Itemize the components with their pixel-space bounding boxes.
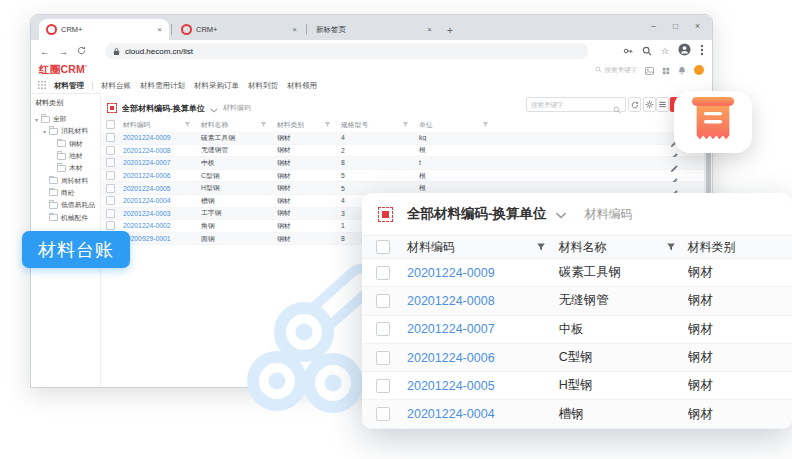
filter-icon[interactable] <box>260 121 267 128</box>
tab-close-icon[interactable]: × <box>292 25 297 34</box>
tree-item[interactable]: 钢材 <box>31 138 100 150</box>
row-checkbox[interactable] <box>106 209 115 218</box>
back-icon[interactable]: ← <box>40 46 50 57</box>
tree-item-label: 低值易耗品 <box>61 200 95 210</box>
table-row[interactable]: 20201224-0005H型钢钢材 <box>362 372 792 400</box>
settings-button[interactable] <box>643 97 656 112</box>
cell-code[interactable]: 20200929-0001 <box>123 235 201 242</box>
minimize-button[interactable]: – <box>651 21 656 31</box>
tree-item[interactable]: 木材 <box>31 162 100 174</box>
overlay-view-title[interactable]: 全部材料编码-换算单位 <box>407 205 547 223</box>
nav-item[interactable]: 材料到货 <box>248 81 278 91</box>
bell-icon[interactable] <box>678 61 686 79</box>
browser-tab[interactable]: CRM+× <box>174 19 304 40</box>
cell-code[interactable]: 20201224-0007 <box>407 322 559 336</box>
cell-code[interactable]: 20201224-0005 <box>123 185 201 192</box>
row-checkbox[interactable] <box>106 133 115 142</box>
nav-item[interactable]: 材料采购订单 <box>194 81 239 91</box>
tree-item[interactable]: ▾消耗材料 <box>31 125 100 137</box>
filter-icon[interactable] <box>482 121 489 128</box>
cell-code[interactable]: 20201224-0002 <box>123 222 201 229</box>
table-row[interactable]: 20201224-0006C型钢钢材 <box>362 344 792 372</box>
cell-code[interactable]: 20201224-0004 <box>407 407 559 421</box>
nav-app-label[interactable]: 材料管理 <box>54 81 84 91</box>
tab-close-icon[interactable]: × <box>157 25 162 34</box>
browser-tab[interactable]: CRM+× <box>39 19 169 40</box>
browser-menu-icon[interactable] <box>700 42 704 60</box>
tab-close-icon[interactable]: × <box>427 25 432 34</box>
filter-icon[interactable] <box>324 121 331 128</box>
row-checkbox[interactable] <box>376 379 390 393</box>
reload-icon[interactable] <box>77 46 86 57</box>
table-row[interactable]: 20201224-0009碳素工具钢钢材 <box>362 259 792 287</box>
cell-name: 无缝钢管 <box>201 145 277 155</box>
close-button[interactable]: × <box>695 21 700 31</box>
apps-icon[interactable] <box>662 61 670 79</box>
key-icon[interactable] <box>623 42 633 60</box>
cell-code[interactable]: 20201224-0008 <box>407 294 559 308</box>
filter-icon[interactable] <box>184 121 191 128</box>
table-row[interactable]: 20201224-0006C型钢钢材5根 <box>101 170 704 183</box>
table-row[interactable]: 20201224-0008无缝钢管钢材2根 <box>101 145 704 158</box>
bookmark-star-icon[interactable]: ☆ <box>661 47 669 56</box>
cell-name: 碳素工具钢 <box>201 133 277 143</box>
cell-code[interactable]: 20201224-0009 <box>407 266 559 280</box>
tree-item[interactable]: 机械配件 <box>31 211 100 223</box>
table-row[interactable]: 20201224-0009碳素工具钢钢材4kg <box>101 132 704 145</box>
row-checkbox[interactable] <box>106 184 115 193</box>
cell-code[interactable]: 20201224-0004 <box>123 197 201 204</box>
table-row[interactable]: 20201224-0007中板钢材 <box>362 316 792 344</box>
overlay-view-field: 材料编码 <box>585 206 633 223</box>
cell-code[interactable]: 20201224-0008 <box>123 147 201 154</box>
table-row[interactable]: 20201224-0004槽钢钢材 <box>362 400 792 428</box>
tree-item[interactable]: 商砼 <box>31 187 100 199</box>
view-title[interactable]: 全部材料编码-换算单位 <box>122 103 205 114</box>
cell-code[interactable]: 20201224-0006 <box>407 351 559 365</box>
list-search-input[interactable] <box>526 97 626 112</box>
tree-item[interactable]: 地材 <box>31 150 100 162</box>
tree-item[interactable]: 周转材料 <box>31 174 100 186</box>
url-field[interactable]: cloud.hecom.cn/list <box>105 43 588 59</box>
row-checkbox[interactable] <box>376 407 390 421</box>
new-tab-button[interactable]: + <box>447 25 453 36</box>
row-checkbox[interactable] <box>106 146 115 155</box>
user-avatar[interactable] <box>694 65 704 75</box>
select-all-checkbox[interactable] <box>376 240 390 254</box>
cell-code[interactable]: 20201224-0009 <box>123 134 201 141</box>
cell-code[interactable]: 20201224-0006 <box>123 172 201 179</box>
row-checkbox[interactable] <box>376 351 390 365</box>
tree-item[interactable]: 低值易耗品 <box>31 199 100 211</box>
chevron-down-icon[interactable] <box>555 205 567 223</box>
select-all-checkbox[interactable] <box>106 120 115 129</box>
list-view-button[interactable] <box>656 97 669 112</box>
cell-code[interactable]: 20201224-0007 <box>123 159 201 166</box>
table-row[interactable]: 20201224-0008无缝钢管钢材 <box>362 287 792 315</box>
nav-item[interactable]: 材料需用计划 <box>140 81 185 91</box>
nav-item[interactable]: 材料台账 <box>101 81 131 91</box>
tree-item[interactable]: ▾全部 <box>31 113 100 125</box>
filter-icon[interactable] <box>666 242 676 252</box>
cell-code[interactable]: 20201224-0003 <box>123 210 201 217</box>
forward-icon[interactable]: → <box>59 46 69 57</box>
image-icon[interactable] <box>645 61 654 79</box>
row-checkbox[interactable] <box>106 171 115 180</box>
header-search[interactable]: 搜索关键字 <box>595 66 638 75</box>
profile-avatar-icon[interactable] <box>678 42 691 60</box>
row-checkbox[interactable] <box>376 322 390 336</box>
row-checkbox[interactable] <box>106 221 115 230</box>
nav-item[interactable]: 材料领用 <box>287 81 317 91</box>
refresh-button[interactable] <box>628 97 641 112</box>
cell-code[interactable]: 20201224-0005 <box>407 379 559 393</box>
row-checkbox[interactable] <box>106 158 115 167</box>
row-checkbox[interactable] <box>376 266 390 280</box>
chevron-down-icon[interactable] <box>210 99 218 117</box>
zoom-icon[interactable] <box>642 42 652 60</box>
table-row[interactable]: 20201224-0007中板钢材8t <box>101 157 704 170</box>
browser-tab[interactable]: 新标签页× <box>309 19 439 40</box>
row-checkbox[interactable] <box>376 294 390 308</box>
app-launcher-icon[interactable] <box>38 81 46 91</box>
restore-button[interactable]: □ <box>673 21 678 31</box>
filter-icon[interactable] <box>402 121 409 128</box>
row-checkbox[interactable] <box>106 196 115 205</box>
filter-icon[interactable] <box>536 242 546 252</box>
